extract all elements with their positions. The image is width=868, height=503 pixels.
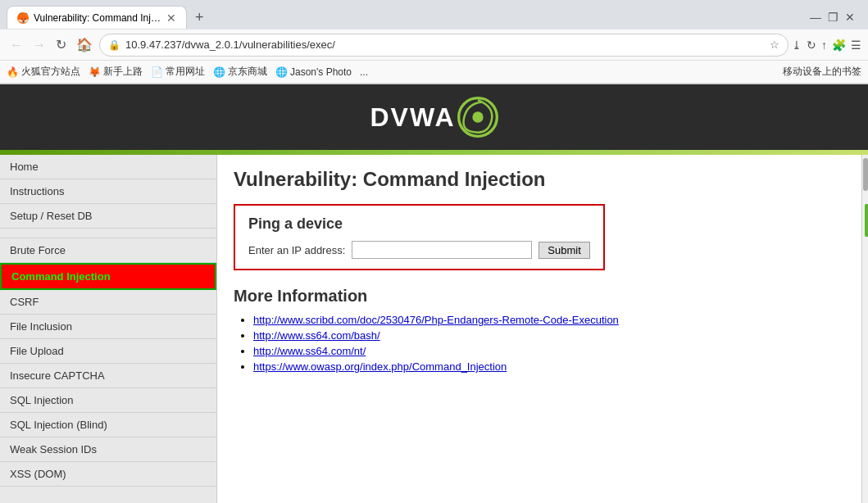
sidebar-item-command-injection[interactable]: Command Injection — [0, 263, 216, 290]
bookmark-newuser[interactable]: 🦊 新手上路 — [89, 65, 143, 79]
nav-bar: ← → ↻ 🏠 🔒 10.9.47.237/dvwa_2.0.1/vulnera… — [0, 29, 868, 61]
dvwa-text: DVWA — [370, 102, 456, 133]
ping-form: Enter an IP address: Submit — [248, 241, 590, 259]
list-item: https://www.owasp.org/index.php/Command_… — [253, 360, 845, 373]
bookmark-more[interactable]: ... — [360, 66, 368, 78]
address-bar[interactable]: 🔒 10.9.47.237/dvwa_2.0.1/vulnerabilities… — [99, 34, 788, 57]
bookmark-jd[interactable]: 🌐 京东商城 — [213, 65, 267, 79]
minimize-button[interactable]: — — [810, 11, 821, 24]
nav-right-icons: ⤓ ↻ ↑ 🧩 ☰ — [792, 39, 861, 52]
sidebar-item-file-inclusion[interactable]: File Inclusion — [0, 315, 216, 339]
ping-title: Ping a device — [248, 215, 590, 233]
lock-icon: 🔒 — [108, 39, 120, 51]
list-item: http://www.scribd.com/doc/2530476/Php-En… — [253, 314, 845, 326]
link-ss64-bash[interactable]: http://www.ss64.com/bash/ — [253, 329, 380, 342]
back-button[interactable]: ← — [7, 36, 26, 54]
sidebar-item-xss-dom[interactable]: XSS (DOM) — [0, 462, 216, 487]
new-tab-button[interactable]: + — [190, 9, 209, 26]
link-ss64-nt[interactable]: http://www.ss64.com/nt/ — [253, 345, 366, 357]
green-side-accent — [865, 204, 868, 237]
bookmarks-bar: 🔥 火狐官方站点 🦊 新手上路 📄 常用网址 🌐 京东商城 🌐 Jason's … — [0, 61, 868, 84]
tab-favicon: 🦊 — [17, 12, 29, 24]
page-title: Vulnerability: Command Injection — [234, 168, 845, 191]
dvwa-header: DVWA — [0, 84, 868, 150]
tab-close-button[interactable]: ✕ — [166, 11, 176, 25]
sidebar-item-home[interactable]: Home — [0, 155, 216, 179]
menu-button[interactable]: ☰ — [851, 39, 861, 52]
bookmark-star-icon[interactable]: ☆ — [770, 39, 779, 51]
sidebar-item-brute-force[interactable]: Brute Force — [0, 238, 216, 263]
maximize-button[interactable]: ❐ — [828, 11, 838, 24]
submit-button[interactable]: Submit — [539, 242, 589, 259]
sidebar-item-setup[interactable]: Setup / Reset DB — [0, 204, 216, 229]
sidebar-item-insecure-captcha[interactable]: Insecure CAPTCHA — [0, 364, 216, 388]
more-info-list: http://www.scribd.com/doc/2530476/Php-En… — [234, 314, 845, 373]
scrollbar[interactable] — [861, 155, 868, 503]
dvwa-swirl-icon — [457, 97, 498, 138]
sidebar-spacer — [0, 229, 216, 238]
home-button[interactable]: 🏠 — [73, 35, 96, 54]
bookmark-firefox[interactable]: 🔥 火狐官方站点 — [7, 65, 80, 79]
sync-icon[interactable]: ↻ — [807, 39, 816, 52]
close-window-button[interactable]: ✕ — [845, 11, 855, 24]
active-tab[interactable]: 🦊 Vulnerability: Command Inje... ✕ — [7, 6, 187, 29]
sidebar-item-sql-injection-blind[interactable]: SQL Injection (Blind) — [0, 413, 216, 437]
sidebar-item-instructions[interactable]: Instructions — [0, 179, 216, 204]
address-icons: ☆ — [770, 39, 779, 51]
sidebar-item-csrf[interactable]: CSRF — [0, 290, 216, 315]
ping-label: Enter an IP address: — [248, 244, 345, 256]
share-icon[interactable]: ↑ — [821, 39, 827, 52]
sidebar-item-file-upload[interactable]: File Upload — [0, 339, 216, 364]
ping-box: Ping a device Enter an IP address: Submi… — [234, 204, 605, 270]
window-controls: — ❐ ✕ — [810, 11, 861, 24]
dvwa-logo: DVWA — [370, 97, 498, 138]
main-area: Home Instructions Setup / Reset DB Brute… — [0, 155, 868, 503]
downloads-icon[interactable]: ⤓ — [792, 39, 802, 52]
list-item: http://www.ss64.com/bash/ — [253, 329, 845, 342]
more-info-section: More Information http://www.scribd.com/d… — [234, 287, 845, 373]
bookmark-common[interactable]: 📄 常用网址 — [151, 65, 205, 79]
sidebar: Home Instructions Setup / Reset DB Brute… — [0, 155, 217, 503]
more-info-title: More Information — [234, 287, 845, 306]
sidebar-item-weak-session-ids[interactable]: Weak Session IDs — [0, 437, 216, 462]
refresh-button[interactable]: ↻ — [52, 35, 70, 54]
list-item: http://www.ss64.com/nt/ — [253, 345, 845, 357]
bookmark-photo[interactable]: 🌐 Jason's Photo — [275, 66, 352, 78]
svg-point-1 — [472, 111, 483, 122]
extensions-icon[interactable]: 🧩 — [832, 39, 846, 52]
scroll-thumb — [863, 158, 868, 191]
mobile-bookmarks[interactable]: 移动设备上的书签 — [783, 65, 861, 79]
tab-bar: 🦊 Vulnerability: Command Inje... ✕ + — ❐… — [0, 0, 868, 29]
link-owasp[interactable]: https://www.owasp.org/index.php/Command_… — [253, 360, 507, 373]
url-text: 10.9.47.237/dvwa_2.0.1/vulnerabilities/e… — [125, 39, 765, 51]
content-area: Vulnerability: Command Injection Ping a … — [217, 155, 861, 503]
link-scribd[interactable]: http://www.scribd.com/doc/2530476/Php-En… — [253, 314, 619, 326]
sidebar-item-sql-injection[interactable]: SQL Injection — [0, 388, 216, 413]
page-content: DVWA Home Instructions Setup / Reset DB … — [0, 84, 868, 503]
ip-address-input[interactable] — [352, 241, 532, 259]
tab-title: Vulnerability: Command Inje... — [34, 12, 161, 24]
forward-button[interactable]: → — [30, 36, 49, 54]
